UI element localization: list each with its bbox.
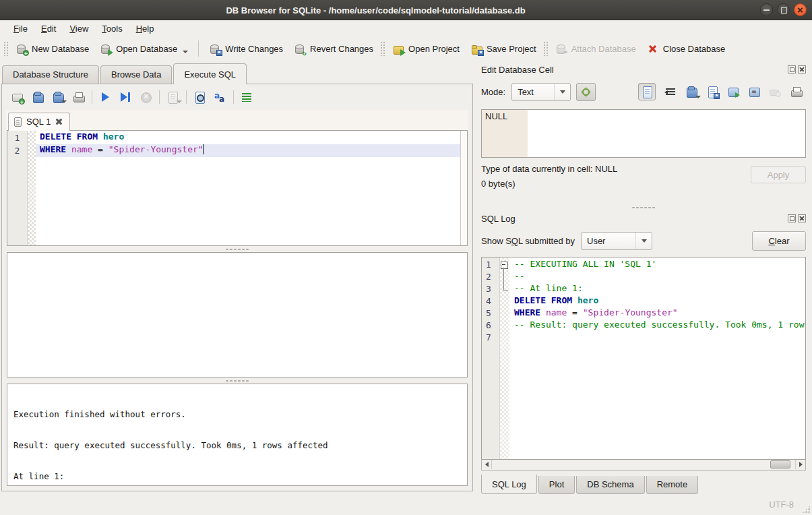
log-line: DELETE FROM hero bbox=[509, 295, 805, 307]
tab-db-schema[interactable]: DB Schema bbox=[576, 476, 644, 494]
float-panel-icon[interactable] bbox=[788, 214, 796, 222]
toolbar-separator bbox=[198, 40, 199, 57]
import-cell-data-icon[interactable] bbox=[686, 86, 697, 98]
resize-grip-icon[interactable] bbox=[802, 505, 811, 514]
toolbar-separator bbox=[159, 90, 160, 104]
export-cell-data-icon[interactable] bbox=[707, 86, 718, 98]
maximize-icon[interactable] bbox=[777, 3, 790, 16]
minimize-icon[interactable] bbox=[760, 3, 773, 16]
copy-link-icon[interactable] bbox=[749, 86, 760, 98]
sql-editor-scrollbar[interactable] bbox=[460, 131, 467, 245]
encoding-indicator[interactable]: UTF-8 bbox=[769, 499, 794, 510]
close-icon[interactable] bbox=[794, 3, 807, 16]
tab-plot[interactable]: Plot bbox=[538, 476, 575, 494]
save-sql-file-icon[interactable] bbox=[53, 92, 64, 103]
auto-format-icon[interactable] bbox=[241, 92, 253, 103]
log-filter-select[interactable]: User bbox=[581, 232, 652, 250]
cell-value-editor[interactable]: NULL bbox=[481, 109, 806, 158]
tab-browse-data[interactable]: Browse Data bbox=[100, 65, 172, 84]
gear-icon bbox=[582, 88, 590, 96]
scroll-right-icon[interactable] bbox=[795, 460, 805, 469]
toolbar-drag-handle[interactable] bbox=[3, 41, 9, 56]
open-project-button[interactable]: Open Project bbox=[387, 40, 465, 57]
sql-document-tab-label: SQL 1 bbox=[26, 117, 51, 127]
sql-editor[interactable]: 1 2 DELETE FROM hero WHERE name = "Spide… bbox=[7, 130, 468, 246]
close-sql-tab-icon[interactable] bbox=[55, 118, 63, 125]
sql-log-text[interactable]: -- EXECUTING ALL IN 'SQL 1' -- -- At lin… bbox=[509, 258, 805, 459]
find-icon[interactable] bbox=[194, 92, 206, 103]
auto-switch-mode-button[interactable] bbox=[576, 83, 596, 101]
write-changes-button[interactable]: Write Changes bbox=[204, 40, 288, 57]
mode-select[interactable]: Text bbox=[511, 83, 571, 101]
attach-database-icon bbox=[555, 43, 567, 55]
menu-help[interactable]: Help bbox=[129, 22, 161, 36]
cell-value: NULL bbox=[485, 111, 507, 121]
log-line: WHERE name = "Spider-Youngster" bbox=[509, 307, 805, 320]
open-database-button[interactable]: Open Database bbox=[94, 40, 193, 57]
execute-all-icon[interactable] bbox=[100, 92, 111, 103]
close-panel-icon[interactable] bbox=[798, 65, 806, 73]
tab-remote[interactable]: Remote bbox=[646, 476, 699, 494]
message-line: At line 1: bbox=[13, 471, 461, 481]
new-sql-tab-icon[interactable] bbox=[12, 92, 24, 103]
splitter-handle[interactable] bbox=[7, 246, 468, 252]
query-results-pane[interactable] bbox=[7, 252, 468, 377]
apply-button: Apply bbox=[751, 166, 806, 183]
fold-collapse-icon[interactable] bbox=[500, 259, 509, 271]
save-sql-dropdown-icon[interactable] bbox=[61, 100, 67, 103]
clear-log-button[interactable]: Clear bbox=[752, 231, 806, 251]
tab-execute-sql[interactable]: Execute SQL bbox=[173, 63, 247, 84]
sql-line: DELETE FROM hero bbox=[36, 131, 460, 144]
sql-log-hscrollbar[interactable] bbox=[481, 460, 806, 471]
text-mode-button[interactable] bbox=[638, 83, 656, 100]
menu-view[interactable]: View bbox=[63, 22, 95, 36]
scroll-left-icon[interactable] bbox=[482, 460, 492, 469]
close-database-button[interactable]: Close Database bbox=[642, 40, 731, 57]
sql-log-controls: Show SQL submitted by User Clear bbox=[481, 229, 806, 253]
toolbar-drag-handle[interactable] bbox=[543, 41, 549, 56]
log-line bbox=[509, 332, 805, 344]
tab-database-structure[interactable]: Database Structure bbox=[2, 65, 99, 84]
fold-tree-line bbox=[500, 271, 509, 283]
sql-document-icon bbox=[14, 117, 22, 127]
menu-file[interactable]: File bbox=[7, 22, 34, 36]
menu-tools[interactable]: Tools bbox=[95, 22, 129, 36]
log-filter-value: User bbox=[587, 236, 605, 246]
sql-log-view[interactable]: 1 2 3 4 5 6 7 -- bbox=[481, 257, 806, 460]
sql-document-tab[interactable]: SQL 1 bbox=[8, 113, 70, 131]
mode-label: Mode: bbox=[481, 87, 505, 97]
open-in-external-icon[interactable] bbox=[728, 86, 739, 98]
splitter-handle[interactable] bbox=[481, 204, 806, 210]
open-database-icon bbox=[100, 43, 112, 55]
log-line: -- At line 1: bbox=[509, 283, 805, 295]
open-sql-file-icon[interactable] bbox=[32, 92, 44, 103]
save-project-button[interactable]: Save Project bbox=[465, 40, 542, 57]
sql-editor-line-numbers: 1 2 bbox=[7, 131, 28, 245]
left-pane: Database Structure Browse Data Execute S… bbox=[0, 61, 474, 495]
open-database-dropdown-icon[interactable] bbox=[183, 51, 188, 53]
toolbar-drag-handle[interactable] bbox=[380, 41, 385, 56]
chevron-down-icon bbox=[635, 233, 652, 249]
toolbar-separator bbox=[92, 90, 92, 104]
execute-line-icon[interactable] bbox=[120, 92, 131, 103]
scrollbar-thumb[interactable] bbox=[770, 460, 790, 468]
set-null-icon bbox=[770, 86, 781, 98]
print-cell-icon[interactable] bbox=[790, 86, 802, 98]
menu-edit[interactable]: Edit bbox=[34, 22, 63, 36]
find-replace-icon[interactable] bbox=[214, 92, 226, 103]
sql-document-tab-bar: SQL 1 bbox=[6, 110, 468, 130]
edit-cell-toolbar: Mode: Text bbox=[481, 80, 806, 103]
splitter-handle[interactable] bbox=[7, 377, 468, 384]
toolbar-separator bbox=[186, 90, 187, 104]
word-wrap-icon[interactable] bbox=[665, 86, 677, 98]
tab-sql-log[interactable]: SQL Log bbox=[481, 475, 537, 494]
sql-log-title: SQL Log bbox=[481, 214, 516, 224]
execution-message-box[interactable]: Execution finished without errors. Resul… bbox=[7, 384, 468, 486]
revert-changes-button[interactable]: Revert Changes bbox=[288, 40, 379, 57]
execute-sql-panel: SQL 1 1 2 DELETE FROM hero WHERE name = … bbox=[1, 84, 473, 491]
new-database-button[interactable]: New Database bbox=[10, 40, 94, 57]
close-panel-icon[interactable] bbox=[798, 214, 806, 222]
print-sql-icon[interactable] bbox=[73, 92, 84, 103]
float-panel-icon[interactable] bbox=[788, 65, 796, 73]
sql-editor-text[interactable]: DELETE FROM hero WHERE name = "Spider-Yo… bbox=[36, 131, 460, 245]
